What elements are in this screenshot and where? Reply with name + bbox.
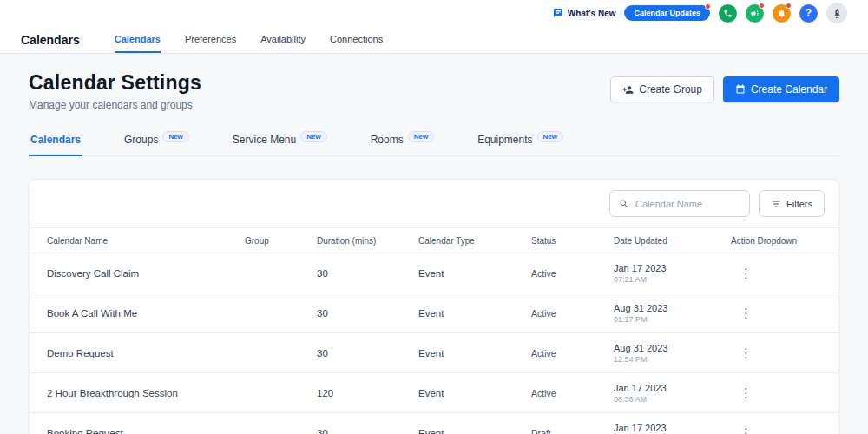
calendar-updates-badge[interactable]: Calendar Updates [624,5,710,21]
page-subtitle: Manage your calendars and groups [29,99,201,111]
help-glyph: ? [806,7,812,19]
search-input[interactable] [635,199,740,209]
table-row[interactable]: Booking Request 30 Event Draft Jan 17 20… [30,413,838,434]
tab-label: Equipments [477,134,532,146]
filter-icon [771,199,781,209]
date-text: Jan 17 2023 [614,423,731,433]
notification-dot [705,3,711,10]
page-content: Calendar Settings Manage your calendars … [0,54,868,434]
table-header-row: Calendar Name Group Duration (mins) Cale… [30,227,838,253]
time-text: 12:54 PM [614,355,731,364]
cell-calendar-type: Event [418,428,531,434]
tab-groups[interactable]: Groups New [122,132,191,156]
table-row[interactable]: Book A Call With Me 30 Event Active Aug … [30,293,838,333]
table-toolbar: Filters [30,180,838,227]
calendar-name-search[interactable] [609,190,750,217]
phone-icon[interactable] [719,4,737,23]
kebab-menu-icon[interactable]: ⋮ [731,385,752,401]
table-row[interactable]: Demo Request 30 Event Active Aug 31 2023… [30,333,838,373]
new-badge: New [408,131,434,142]
calendars-table-card: Filters Calendar Name Group Duration (mi… [29,179,839,434]
chat-icon [553,8,563,18]
tab-calendars[interactable]: Calendars [29,132,82,156]
cell-calendar-name: Demo Request [47,348,245,358]
status-badge: Draft [531,428,614,434]
tab-equipments[interactable]: Equipments New [476,132,565,156]
col-status: Status [531,236,614,246]
new-badge: New [537,131,563,142]
notification-dot [759,3,765,9]
cell-duration: 30 [317,428,418,434]
create-calendar-label: Create Calendar [751,83,827,95]
nav-tab-preferences[interactable]: Preferences [185,26,236,53]
col-calendar-type: Calendar Type [418,236,531,246]
cell-calendar-type: Event [418,348,531,358]
megaphone-icon[interactable] [746,4,764,23]
status-badge: Active [531,348,614,358]
filters-label: Filters [786,199,812,209]
date-text: Aug 31 2023 [614,303,731,313]
kebab-menu-icon[interactable]: ⋮ [731,306,752,321]
status-badge: Active [531,268,614,279]
cell-calendar-name: Booking Request [47,428,245,434]
cell-date-updated: Aug 31 2023 01:17 PM [614,303,731,324]
kebab-menu-icon[interactable]: ⋮ [731,266,752,281]
col-group: Group [245,236,317,246]
page-title: Calendar Settings [29,71,201,95]
nav-tab-connections[interactable]: Connections [330,26,383,53]
new-badge: New [300,131,326,142]
filters-button[interactable]: Filters [759,190,825,217]
cell-calendar-type: Event [418,388,531,398]
cell-date-updated: Jan 17 2023 08:45 AM [614,423,731,434]
cell-duration: 30 [317,348,418,358]
col-duration: Duration (mins) [317,236,418,246]
time-text: 01:17 PM [614,315,731,324]
nav-tab-calendars[interactable]: Calendars [115,26,161,53]
time-text: 07:21 AM [614,275,731,284]
notification-dot [786,3,792,9]
table-row[interactable]: Discovery Call Claim 30 Event Active Jan… [30,253,838,293]
calendar-updates-label: Calendar Updates [634,9,700,17]
tab-service-menu[interactable]: Service Menu New [231,132,329,156]
date-text: Aug 31 2023 [614,343,731,353]
time-text: 08:36 AM [614,395,731,404]
tab-rooms[interactable]: Rooms New [369,132,436,156]
tab-label: Calendars [30,134,81,146]
app-title: Calendars [21,33,80,47]
date-text: Jan 17 2023 [614,263,731,273]
kebab-menu-icon[interactable]: ⋮ [731,345,752,361]
search-icon [619,199,629,209]
cell-date-updated: Jan 17 2023 08:36 AM [614,383,731,404]
page-header: Calendar Settings Manage your calendars … [29,71,839,111]
tab-label: Service Menu [233,134,296,146]
notifications-bell-icon[interactable] [773,4,791,23]
rocket-avatar[interactable] [826,3,847,23]
cell-calendar-name: Book A Call With Me [47,308,245,319]
app-navbar: Calendars Calendars Preferences Availabi… [0,26,868,54]
help-icon[interactable]: ? [799,4,818,23]
col-action-dropdown: Action Dropdown [731,236,838,246]
cell-calendar-name: 2 Hour Breakthrough Session [47,388,245,398]
cell-calendar-type: Event [418,268,531,279]
tab-label: Groups [124,134,158,146]
create-calendar-button[interactable]: Create Calendar [723,76,839,102]
new-badge: New [162,131,188,142]
person-add-icon [622,84,634,95]
cell-calendar-type: Event [418,308,531,319]
subtabs: Calendars Groups New Service Menu New Ro… [29,132,839,156]
cell-date-updated: Jan 17 2023 07:21 AM [614,263,731,284]
calendar-icon [735,84,746,95]
status-badge: Active [531,388,614,398]
cell-duration: 120 [317,388,418,398]
cell-date-updated: Aug 31 2023 12:54 PM [614,343,731,364]
create-group-button[interactable]: Create Group [610,76,714,102]
table-row[interactable]: 2 Hour Breakthrough Session 120 Event Ac… [30,373,838,413]
cell-duration: 30 [317,308,418,319]
tab-label: Rooms [371,134,404,146]
whats-new-button[interactable]: What's New [553,8,616,18]
status-badge: Active [531,308,614,319]
nav-tab-availability[interactable]: Availability [260,26,306,53]
kebab-menu-icon[interactable]: ⋮ [731,425,752,434]
create-group-label: Create Group [639,83,702,95]
topbar: What's New Calendar Updates ? [0,0,868,26]
